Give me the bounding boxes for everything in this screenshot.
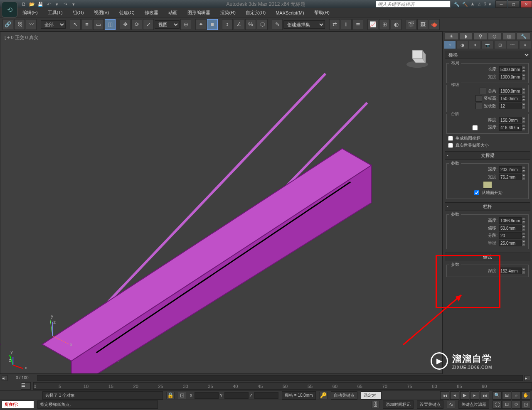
spinner-snap-icon[interactable]: ⬡ — [257, 19, 268, 30]
menu-customize[interactable]: 自定义(U) — [243, 9, 268, 17]
render-setup-icon[interactable]: 🎬 — [406, 19, 416, 30]
frame-indicator[interactable]: 0 / 100 — [16, 376, 29, 380]
spinner-buttons[interactable]: ▴▾ — [522, 240, 526, 246]
railing-height-input[interactable] — [499, 217, 522, 224]
scale-icon[interactable]: ⤢ — [143, 19, 154, 30]
lock-icon[interactable] — [480, 88, 486, 94]
from-ground-checkbox[interactable] — [474, 190, 479, 195]
toolbox-icon[interactable]: 🔧 — [454, 2, 460, 7]
tab-modify-icon[interactable]: ◗ — [459, 32, 473, 40]
render-frame-icon[interactable]: 🖼 — [417, 19, 428, 30]
time-tag-icon[interactable]: 🗄 — [371, 401, 379, 408]
menu-modifiers[interactable]: 修改器 — [142, 9, 161, 17]
thickness-input[interactable] — [499, 117, 522, 123]
scroll-right-icon[interactable]: ▸ — [525, 375, 530, 381]
lock-selection-icon[interactable]: 🔒 — [166, 392, 175, 399]
side-depth-input[interactable] — [499, 268, 522, 274]
go-end-icon[interactable]: ⏭ — [480, 391, 489, 400]
redo-icon[interactable]: ↷ — [62, 1, 69, 7]
bind-icon[interactable]: 〰 — [26, 19, 37, 30]
select-icon[interactable]: ↖ — [70, 19, 81, 30]
stringer-depth-input[interactable] — [499, 166, 522, 173]
spinner-buttons[interactable]: ▴▾ — [522, 88, 526, 94]
spinner-buttons[interactable]: ▴▾ — [522, 232, 526, 239]
viewport-label[interactable]: [ + 0 正交 0 真实 — [5, 34, 38, 41]
menu-help[interactable]: 帮助(H) — [312, 9, 332, 17]
key-filter[interactable]: 关键点过滤器 — [458, 400, 489, 409]
length-input[interactable] — [499, 66, 522, 73]
subtab-shapes-icon[interactable]: ◑ — [456, 41, 468, 49]
set-key-button[interactable]: 设置关键点 — [417, 400, 443, 409]
curve-editor-icon[interactable]: 📈 — [367, 19, 378, 30]
tab-utility-icon[interactable]: 🔧 — [517, 32, 530, 40]
stringer-rollout-title[interactable]: 支撑梁 — [445, 151, 530, 160]
app-menu-icon[interactable]: ⟲ — [2, 2, 17, 17]
zoom-icon[interactable]: 🔍 — [493, 391, 502, 400]
spinner-buttons[interactable]: ▴▾ — [522, 268, 526, 274]
snap-3d-icon[interactable]: 3 — [222, 19, 233, 30]
menu-animation[interactable]: 动画 — [166, 9, 180, 17]
tab-motion-icon[interactable]: ◎ — [488, 32, 502, 40]
tab-create-icon[interactable]: ☀ — [445, 32, 458, 40]
tab-hierarchy-icon[interactable]: ⚲ — [473, 32, 487, 40]
region-rect-icon[interactable]: ▭ — [93, 19, 104, 30]
menu-graph-editors[interactable]: 图形编辑器 — [185, 9, 213, 17]
lock-icon[interactable] — [475, 95, 482, 102]
color-swatch[interactable] — [483, 181, 492, 189]
stringer-width-input[interactable] — [499, 174, 522, 180]
edit-named-sel-icon[interactable]: ✎ — [272, 19, 283, 30]
prev-frame-icon[interactable]: ◂ — [450, 391, 459, 400]
railing-radius-input[interactable] — [499, 240, 522, 246]
spinner-buttons[interactable]: ▴▾ — [522, 225, 526, 231]
align-icon[interactable]: ⫴ — [341, 19, 352, 30]
subtab-spacewarps-icon[interactable]: 〰 — [507, 41, 519, 49]
star-icon[interactable]: ☆ — [477, 2, 481, 7]
viewcube[interactable] — [405, 44, 430, 69]
spinner-buttons[interactable]: ▴▾ — [522, 66, 526, 73]
open-icon[interactable]: 📂 — [28, 1, 36, 7]
spinner-buttons[interactable]: ▴▾ — [522, 103, 526, 109]
selection-filter[interactable]: 全部 — [41, 20, 66, 29]
angle-snap-icon[interactable]: ∠ — [234, 19, 244, 30]
pan-icon[interactable]: ✋ — [521, 391, 530, 400]
maximize-button[interactable]: □ — [508, 0, 520, 8]
depth-input[interactable] — [499, 124, 522, 131]
percent-snap-icon[interactable]: % — [245, 19, 256, 30]
minimize-button[interactable]: ─ — [495, 0, 507, 8]
named-selection-sets[interactable]: 创建选择集 — [283, 20, 325, 29]
selected-obj-mode[interactable]: 选定对 — [361, 391, 382, 400]
material-editor-icon[interactable]: ◐ — [391, 19, 401, 30]
x-input[interactable] — [195, 392, 219, 399]
zoom-extents-icon[interactable]: ⛶ — [493, 400, 502, 409]
link-icon[interactable]: 🔗 — [2, 19, 13, 30]
dropdown-icon[interactable]: ▾ — [489, 2, 491, 7]
move-icon[interactable]: ✥ — [120, 19, 131, 30]
pivot-icon[interactable]: ⊕ — [180, 19, 191, 30]
spinner-buttons[interactable]: ▴▾ — [522, 74, 526, 80]
side-rollout-title[interactable]: 侧弦 — [445, 253, 530, 261]
spinner-buttons[interactable]: ▴▾ — [522, 124, 526, 131]
y-input[interactable] — [224, 392, 249, 399]
subtab-lights-icon[interactable]: ✦ — [469, 41, 481, 49]
category-dropdown[interactable]: 楼梯 — [445, 51, 530, 59]
star-icon[interactable]: ★ — [470, 2, 475, 7]
subtab-cameras-icon[interactable]: 📷 — [481, 41, 493, 49]
spinner-buttons[interactable]: ▴▾ — [522, 166, 526, 173]
play-icon[interactable]: ▶ — [460, 391, 469, 400]
tab-display-icon[interactable]: ▥ — [502, 32, 516, 40]
spinner-buttons[interactable]: ▴▾ — [522, 95, 526, 102]
menu-view[interactable]: 视图(V) — [91, 9, 112, 17]
menu-create[interactable]: 创建(C) — [116, 9, 137, 17]
real-world-checkbox[interactable] — [448, 143, 453, 148]
undo-icon[interactable]: ↶ — [45, 1, 52, 7]
spinner-buttons[interactable]: ▴▾ — [522, 117, 526, 123]
mirror-icon[interactable]: ⇄ — [329, 19, 340, 30]
total-height-input[interactable] — [499, 88, 522, 94]
riser-count-input[interactable] — [499, 103, 522, 109]
go-start-icon[interactable]: ⏮ — [440, 391, 449, 400]
autokey-button[interactable]: 自动关键点 — [331, 391, 357, 400]
railing-offset-input[interactable] — [499, 225, 522, 231]
keyboard-shortcut-icon[interactable]: ■ — [207, 19, 218, 30]
frame-scrollbar[interactable] — [37, 375, 523, 381]
subtab-systems-icon[interactable]: ✳ — [519, 41, 531, 49]
